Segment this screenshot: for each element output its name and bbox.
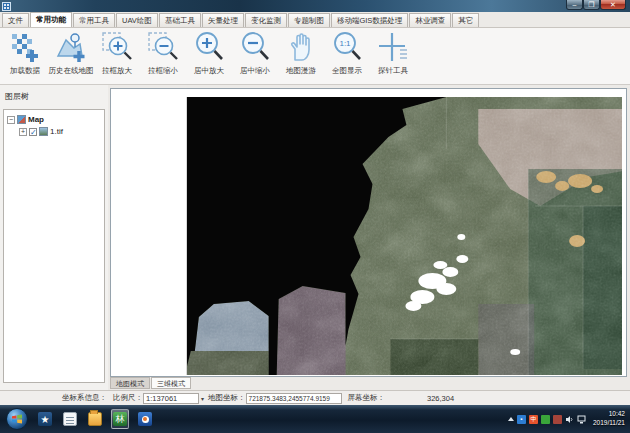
scale-label: 比例尺：	[113, 393, 143, 403]
tab-vector-processing[interactable]: 矢量处理	[202, 13, 244, 27]
history-online-map-button[interactable]: 历史在线地图	[48, 30, 94, 82]
full-extent-icon: 1:1	[330, 30, 364, 64]
tool-label: 拉框放大	[102, 66, 132, 76]
tab-map-mode[interactable]: 地图模式	[110, 377, 150, 389]
center-zoom-in-icon	[192, 30, 226, 64]
main-toolbar: 加载数据 历史在线地图 拉框放大	[0, 28, 630, 85]
app-window-icon	[2, 2, 11, 11]
tool-label: 加载数据	[10, 66, 40, 76]
pinned-app-notepad[interactable]	[61, 409, 79, 429]
map-canvas[interactable]	[111, 89, 626, 376]
tool-label: 探针工具	[378, 66, 408, 76]
layer-panel-title: 图层树	[0, 85, 108, 102]
map-pan-icon	[284, 30, 318, 64]
tab-file[interactable]: 文件	[2, 13, 29, 27]
map-pan-button[interactable]: 地图漫游	[278, 30, 324, 82]
box-zoom-in-button[interactable]: 拉框放大	[94, 30, 140, 82]
center-zoom-out-button[interactable]: 居中缩小	[232, 30, 278, 82]
view-mode-tabs: 地图模式 三维模式	[110, 377, 192, 390]
pinned-app-star[interactable]: ★	[36, 409, 54, 429]
minimize-button[interactable]: –	[566, 0, 583, 10]
windows-logo-icon	[11, 413, 23, 425]
tab-other[interactable]: 其它	[452, 13, 479, 27]
screen-coord-label: 屏幕坐标：	[348, 393, 386, 403]
ribbon-tab-bar: 文件 常用功能 常用工具 UAV绘图 基础工具 矢量处理 变化监测 专题制图 移…	[0, 12, 630, 28]
close-button[interactable]: ✕	[600, 0, 626, 10]
clock-time: 10:42	[593, 410, 625, 419]
volume-icon[interactable]	[565, 415, 574, 424]
media-app-icon	[138, 412, 152, 426]
flag-icon[interactable]	[553, 415, 562, 424]
ime-indicator-icon[interactable]: 中	[529, 415, 538, 424]
full-extent-button[interactable]: 1:1 全图显示	[324, 30, 370, 82]
collapse-toggle-icon[interactable]: −	[7, 116, 15, 124]
tray-expand-icon[interactable]	[508, 417, 514, 421]
maximize-button[interactable]: ❐	[583, 0, 600, 10]
layer-panel: 图层树 − Map + ✓ 1.tif	[0, 85, 108, 390]
map-coord-value-field: 721875.3483,2455774.9159	[246, 393, 342, 404]
load-data-button[interactable]: 加载数据	[2, 30, 48, 82]
load-data-icon	[8, 30, 42, 64]
history-online-map-icon	[54, 30, 88, 64]
tool-label: 历史在线地图	[49, 66, 94, 76]
tab-common-functions[interactable]: 常用功能	[30, 12, 72, 27]
tool-label: 居中放大	[194, 66, 224, 76]
tab-common-tools[interactable]: 常用工具	[73, 13, 115, 27]
tab-basic-tools[interactable]: 基础工具	[159, 13, 201, 27]
tree-node-label[interactable]: Map	[28, 115, 44, 124]
tree-node-label[interactable]: 1.tif	[50, 127, 63, 136]
pinned-app-media[interactable]	[136, 409, 154, 429]
map-view[interactable]	[110, 88, 627, 377]
pinned-app-explorer[interactable]	[86, 409, 104, 429]
coord-system-label: 坐标系信息：	[62, 393, 107, 403]
forest-gis-app[interactable]: 林	[111, 409, 129, 429]
tool-label: 地图漫游	[286, 66, 316, 76]
window-controls: – ❐ ✕	[566, 0, 626, 10]
tab-mobile-gis-data[interactable]: 移动端GIS数据处理	[331, 13, 408, 27]
tab-thematic-mapping[interactable]: 专题制图	[288, 13, 330, 27]
tab-3d-mode[interactable]: 三维模式	[151, 377, 191, 389]
start-button[interactable]	[6, 408, 28, 430]
layer-visibility-checkbox[interactable]: ✓	[29, 128, 37, 136]
network-icon[interactable]	[577, 415, 586, 424]
center-zoom-out-icon	[238, 30, 272, 64]
application-window: – ❐ ✕ 文件 常用功能 常用工具 UAV绘图 基础工具 矢量处理 变化监测 …	[0, 0, 630, 433]
tool-label: 拉框缩小	[148, 66, 178, 76]
layer-tree: − Map + ✓ 1.tif	[3, 109, 105, 383]
status-bar: 坐标系信息： 比例尺： 1:137061 ▾ 地图坐标： 721875.3483…	[0, 390, 630, 405]
taskbar-clock[interactable]: 10:42 2019/11/21	[593, 410, 625, 428]
pinned-apps: ★ 林	[36, 409, 154, 429]
tab-forestry-survey[interactable]: 林业调查	[409, 13, 451, 27]
title-bar: – ❐ ✕	[0, 0, 630, 12]
tab-change-monitoring[interactable]: 变化监测	[245, 13, 287, 27]
probe-tool-button[interactable]: 探针工具	[370, 30, 416, 82]
windows-taskbar: ★ 林 ▪ 中	[0, 405, 630, 433]
tool-label: 居中缩小	[240, 66, 270, 76]
probe-tool-icon	[376, 30, 410, 64]
notepad-icon	[63, 412, 77, 426]
clock-date: 2019/11/21	[593, 419, 625, 428]
expand-toggle-icon[interactable]: +	[19, 128, 27, 136]
map-node-icon	[17, 115, 26, 124]
antivirus-icon[interactable]	[541, 415, 550, 424]
scale-dropdown-icon[interactable]: ▾	[201, 395, 204, 402]
box-zoom-out-button[interactable]: 拉框缩小	[140, 30, 186, 82]
content-area: 图层树 − Map + ✓ 1.tif	[0, 85, 630, 390]
tool-label: 全图显示	[332, 66, 362, 76]
map-coord-label: 地图坐标：	[208, 393, 246, 403]
forest-app-icon: 林	[113, 412, 127, 426]
box-zoom-out-icon	[146, 30, 180, 64]
folder-icon	[88, 412, 102, 426]
raster-layer-icon	[39, 127, 48, 136]
screen-coord-value: 326,304	[427, 394, 454, 403]
box-zoom-in-icon	[100, 30, 134, 64]
tab-uav-mapping[interactable]: UAV绘图	[116, 13, 158, 27]
tree-node-raster[interactable]: + ✓ 1.tif	[16, 127, 104, 136]
tray-app-icon[interactable]: ▪	[517, 415, 526, 424]
star-app-icon: ★	[38, 412, 52, 426]
svg-text:1:1: 1:1	[339, 39, 351, 48]
system-tray: ▪ 中 10:42 2019/11/21	[508, 410, 630, 428]
scale-value-field[interactable]: 1:137061	[143, 393, 199, 404]
tree-node-map[interactable]: − Map	[4, 115, 104, 124]
center-zoom-in-button[interactable]: 居中放大	[186, 30, 232, 82]
